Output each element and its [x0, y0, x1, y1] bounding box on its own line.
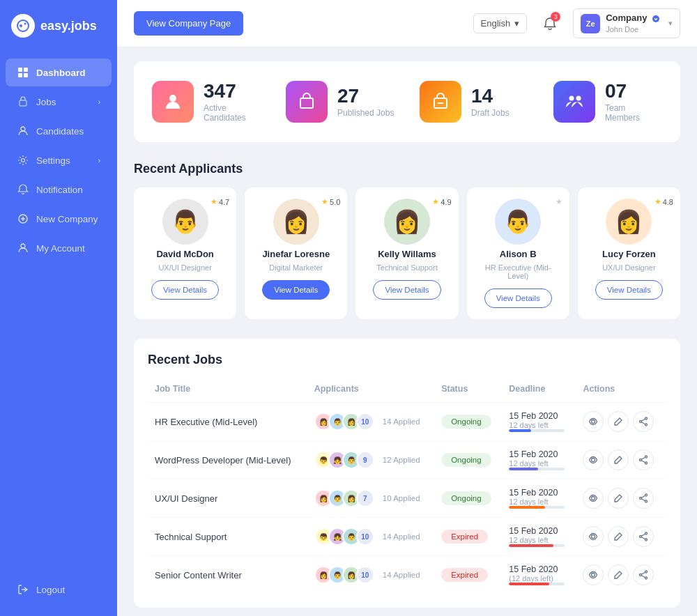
svg-point-35 — [592, 573, 595, 577]
svg-point-8 — [21, 127, 25, 131]
progress-fill — [509, 429, 531, 432]
view-button[interactable] — [583, 564, 604, 585]
stats-grid: 347 Active Candidates 27 Published Jobs — [134, 61, 680, 142]
stat-label: Draft Jobs — [471, 108, 510, 118]
edit-button[interactable] — [608, 449, 629, 470]
logout-icon — [17, 583, 29, 596]
col-status: Status — [434, 378, 502, 403]
sidebar-item-label: My Account — [36, 243, 85, 254]
sidebar-item-dashboard[interactable]: Dashboard — [6, 59, 112, 86]
applied-count: 14 Applied — [383, 417, 420, 426]
svg-point-30 — [640, 498, 642, 500]
applicant-name: Alison B — [500, 249, 537, 259]
share-button[interactable] — [633, 526, 654, 547]
view-company-button[interactable]: View Company Page — [134, 11, 243, 36]
edit-button[interactable] — [608, 526, 629, 547]
view-details-button[interactable]: View Details — [595, 280, 663, 300]
view-button[interactable] — [583, 411, 604, 432]
svg-point-12 — [652, 15, 659, 22]
status-cell: Expired — [434, 518, 502, 556]
logo-icon — [11, 14, 35, 38]
svg-point-27 — [592, 497, 595, 500]
applicant-avatar: 👨 — [162, 199, 208, 245]
applicant-name: David McDon — [156, 249, 213, 259]
rating-badge: ★ 5.0 — [321, 197, 340, 206]
status-cell: Ongoing — [434, 441, 502, 479]
view-button[interactable] — [583, 449, 604, 470]
svg-point-26 — [640, 459, 642, 461]
sidebar-item-my-account[interactable]: My Account — [6, 234, 112, 262]
sidebar-item-jobs[interactable]: Jobs › — [6, 88, 112, 116]
applicant-count: 10 — [356, 528, 374, 546]
share-button[interactable] — [633, 411, 654, 432]
applicant-card: ★ 5.0 👩 Jinefar Loresne Digital Marketer… — [245, 187, 347, 319]
notification-button[interactable]: 3 — [538, 12, 562, 36]
view-details-button[interactable]: View Details — [373, 280, 441, 300]
stat-number: 07 — [605, 82, 662, 101]
view-details-button[interactable]: View Details — [262, 280, 330, 300]
progress-fill — [509, 506, 545, 509]
company-name: Company — [606, 13, 660, 24]
share-button[interactable] — [633, 488, 654, 509]
svg-point-23 — [592, 459, 595, 462]
sidebar-item-settings[interactable]: Settings › — [6, 146, 112, 174]
chevron-down-icon: › — [98, 157, 100, 164]
sidebar-item-candidates[interactable]: Candidates — [6, 117, 112, 145]
deadline-cell: 15 Feb 2020 12 days left — [502, 403, 576, 441]
logo-text: easy.jobs — [40, 19, 97, 33]
logout-button[interactable]: Logout — [6, 576, 112, 603]
applicant-name: Jinefar Loresne — [262, 249, 330, 259]
edit-button[interactable] — [608, 564, 629, 585]
svg-point-29 — [645, 500, 648, 502]
share-button[interactable] — [633, 449, 654, 470]
action-buttons — [583, 449, 659, 470]
applicant-role: HR Executive (Mid-Level) — [475, 263, 561, 280]
company-info: Company John Doe — [606, 13, 660, 34]
view-details-button[interactable]: View Details — [151, 280, 219, 300]
star-icon: ★ — [432, 197, 439, 206]
action-buttons — [583, 488, 659, 509]
rating-badge: ★ 4.8 — [654, 197, 673, 206]
deadline-cell: 15 Feb 2020 12 days left — [502, 518, 576, 556]
company-selector[interactable]: Ze Company John Doe ▾ — [573, 8, 680, 38]
col-deadline: Deadline — [502, 378, 576, 403]
share-button[interactable] — [633, 564, 654, 585]
svg-point-33 — [645, 539, 648, 541]
rating-badge: ★ 4.7 — [210, 197, 229, 206]
sidebar-item-new-company[interactable]: New Company — [6, 205, 112, 233]
stat-card-published-jobs: 27 Published Jobs — [279, 72, 401, 131]
stat-label: Published Jobs — [337, 108, 394, 118]
applicant-role: Digital Marketer — [269, 263, 323, 272]
edit-button[interactable] — [608, 488, 629, 509]
language-selector[interactable]: English ▾ — [473, 13, 528, 33]
deadline-left: 12 days left — [509, 459, 569, 468]
view-button[interactable] — [583, 488, 604, 509]
plus-icon — [17, 213, 29, 225]
deadline-date: 15 Feb 2020 — [509, 526, 569, 536]
stat-info: 14 Draft Jobs — [471, 86, 510, 118]
sidebar-item-notification[interactable]: Notification — [6, 176, 112, 203]
sidebar-item-label: Notification — [36, 185, 83, 195]
published-jobs-icon — [286, 81, 328, 123]
applied-count: 14 Applied — [383, 532, 420, 541]
applied-count: 14 Applied — [383, 571, 420, 579]
svg-rect-6 — [24, 73, 28, 77]
notification-icon — [17, 183, 29, 196]
progress-track — [509, 506, 565, 509]
sidebar-item-label: Candidates — [36, 126, 84, 137]
status-badge: Expired — [441, 568, 488, 582]
stat-label: Team Members — [605, 103, 662, 123]
applicant-card: ★ 4.8 👩 Lucy Forzen UX/UI Designer View … — [578, 187, 680, 319]
view-details-button[interactable]: View Details — [484, 288, 552, 308]
sidebar-item-label: Settings — [36, 155, 70, 166]
table-row: Senior Content Writer 👩👨👩10 14 Applied E… — [148, 556, 666, 594]
status-badge: Ongoing — [441, 453, 491, 467]
applicant-count: 10 — [356, 413, 374, 431]
view-button[interactable] — [583, 526, 604, 547]
svg-point-1 — [20, 24, 22, 27]
deadline-left: 12 days left — [509, 421, 569, 429]
rating-badge: ★ 4.9 — [432, 197, 451, 206]
svg-point-20 — [645, 417, 648, 419]
edit-button[interactable] — [608, 411, 629, 432]
stat-card-active-candidates: 347 Active Candidates — [145, 72, 268, 131]
